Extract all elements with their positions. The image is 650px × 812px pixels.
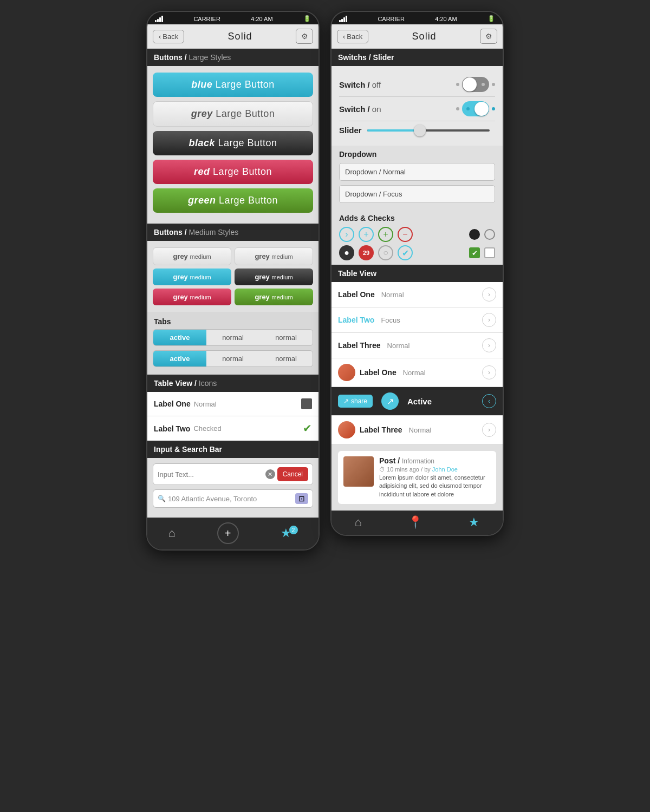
tab-row-2: active normal normal	[153, 350, 313, 367]
nav-title: Solid	[228, 31, 252, 42]
post-author-link[interactable]: John Doe	[432, 466, 458, 473]
right-table-row-3: Label Three Normal ›	[332, 333, 503, 358]
plus-green-btn[interactable]: +	[378, 227, 393, 242]
cancel-button[interactable]: Cancel	[277, 467, 308, 481]
plus-circle-btn[interactable]: +	[359, 227, 374, 242]
switches-header: Switchs / Slider	[332, 49, 503, 66]
nav-home[interactable]: ⌂	[168, 526, 175, 540]
gear-button[interactable]: ⚙	[296, 29, 313, 44]
row-chevron-4[interactable]: ›	[482, 365, 496, 379]
right-nav-home[interactable]: ⌂	[355, 515, 362, 529]
chevron-right-btn[interactable]: ›	[339, 227, 354, 242]
checkbox-empty[interactable]	[301, 398, 312, 409]
avatar-1	[338, 364, 355, 381]
signal-bars	[155, 16, 163, 22]
search-input[interactable]	[168, 495, 293, 503]
grey-circle-btn[interactable]: ○	[378, 245, 393, 260]
search-action-button[interactable]: ⊡	[295, 493, 308, 504]
signal-bar-4	[161, 16, 163, 22]
tab-active-2[interactable]: active	[153, 351, 206, 366]
nav-star[interactable]: ★ 2	[281, 526, 298, 540]
row-chevron-2[interactable]: ›	[482, 313, 496, 327]
checkbox-checked-green[interactable]: ✔	[469, 247, 480, 258]
radio-unselected[interactable]	[484, 229, 495, 240]
medium-green[interactable]: grey medium	[235, 289, 313, 305]
right-signal-bars	[339, 16, 347, 22]
green-large-button[interactable]: green Large Button	[153, 188, 313, 213]
right-phone-content: Switchs / Slider Switch / off	[332, 49, 503, 510]
pin-icon: 📍	[408, 515, 422, 529]
right-back-button[interactable]: ‹ Back	[337, 30, 368, 43]
adds-row-1: › + + −	[339, 227, 495, 242]
adds-header: Adds & Checks	[339, 214, 495, 222]
tab-normal-2[interactable]: normal	[259, 330, 313, 345]
right-status-bar: CARRIER 4:20 AM 🔋	[332, 12, 503, 24]
slider-thumb[interactable]	[414, 125, 426, 136]
badge-btn[interactable]: 29	[359, 245, 374, 260]
radio-selected[interactable]	[469, 229, 480, 240]
signal-bar-3	[159, 17, 161, 22]
tab-normal-3[interactable]: normal	[206, 351, 259, 366]
share-button[interactable]: ↗ share	[338, 395, 373, 408]
avatar-2	[338, 421, 355, 438]
row-chevron-3[interactable]: ›	[482, 338, 496, 352]
post-text: Lorem ipsum dolor sit amet, consectetur …	[379, 474, 491, 499]
toggle-off[interactable]	[462, 77, 489, 92]
post-image	[343, 456, 374, 487]
toggle-on[interactable]	[462, 101, 489, 116]
input-text-field[interactable]	[158, 470, 263, 479]
blue-large-button[interactable]: blue Large Button	[153, 73, 313, 97]
medium-grey-2[interactable]: grey medium	[235, 247, 313, 265]
right-table-row-6: Label Three Normal ›	[332, 416, 503, 444]
medium-dark[interactable]: grey medium	[235, 269, 313, 285]
right-nav-bar: ‹ Back Solid ⚙	[332, 24, 503, 49]
tab-normal-4[interactable]: normal	[259, 351, 313, 366]
grey-large-button[interactable]: grey Large Button	[153, 101, 313, 127]
right-gear-button[interactable]: ⚙	[480, 29, 497, 44]
right-nav-star[interactable]: ★	[469, 515, 479, 529]
right-nav-pin[interactable]: 📍	[408, 515, 422, 529]
toggle-off-dot-left	[456, 83, 459, 86]
tab-normal-1[interactable]: normal	[206, 330, 259, 345]
checkbox-checked[interactable]: ✔	[303, 423, 312, 434]
slider-track[interactable]	[367, 129, 490, 132]
row-chevron-5[interactable]: ‹	[482, 394, 496, 408]
dropdown-select-1[interactable]: Dropdown / Normal Dropdown / Focus	[339, 163, 495, 181]
share-icon: ↗	[343, 397, 349, 405]
medium-grey-1[interactable]: grey medium	[153, 247, 231, 265]
right-time-label: 4:20 AM	[435, 16, 457, 22]
dropdown-header: Dropdown	[339, 150, 495, 159]
signal-bar-2	[157, 19, 159, 22]
switch-on-row: Switch / on	[339, 97, 495, 121]
minus-btn[interactable]: −	[398, 227, 413, 242]
right-star-icon: ★	[469, 515, 479, 529]
tabs-header: Tabs	[153, 315, 313, 329]
left-status-bar: CARRIER 4:20 AM 🔋	[147, 12, 318, 24]
medium-blue[interactable]: grey medium	[153, 269, 231, 285]
row-chevron-6[interactable]: ›	[482, 423, 496, 437]
black-large-button[interactable]: black Large Button	[153, 131, 313, 155]
check-btn[interactable]: ✔	[398, 245, 413, 260]
back-button[interactable]: ‹ Back	[153, 30, 184, 43]
row-chevron-1[interactable]: ›	[482, 287, 496, 302]
post-section: Post / Information ⏱ 10 mins ago / by Jo…	[332, 444, 503, 510]
red-large-button[interactable]: red Large Button	[153, 160, 313, 184]
plus-button[interactable]: +	[217, 522, 239, 544]
search-icon: 🔍	[158, 495, 166, 502]
tab-active-1[interactable]: active	[153, 330, 206, 345]
input-clear-button[interactable]: ✕	[265, 469, 275, 479]
black-circle-btn[interactable]: ●	[339, 245, 354, 260]
switches-body: Switch / off Switch / on	[332, 66, 503, 146]
left-nav-bar: ‹ Back Solid ⚙	[147, 24, 318, 49]
table-view-icons-body: Label One Normal Label Two Checked ✔	[147, 392, 318, 441]
nav-plus[interactable]: +	[217, 522, 239, 544]
tabs-section-label: Tabs active normal normal active normal …	[147, 312, 318, 375]
large-buttons-header: Buttons / Large Styles	[147, 49, 318, 66]
checkbox-unchecked[interactable]	[484, 247, 495, 258]
right-table-row-1: Label One Normal ›	[332, 282, 503, 307]
left-phone-content: Buttons / Large Styles blue Large Button…	[147, 49, 318, 518]
right-home-icon: ⌂	[355, 515, 362, 529]
medium-red[interactable]: grey medium	[153, 289, 231, 305]
dropdown-select-2[interactable]: Dropdown / Focus Dropdown / Normal	[339, 185, 495, 203]
table-view-icons-header: Table View / Icons	[147, 375, 318, 392]
